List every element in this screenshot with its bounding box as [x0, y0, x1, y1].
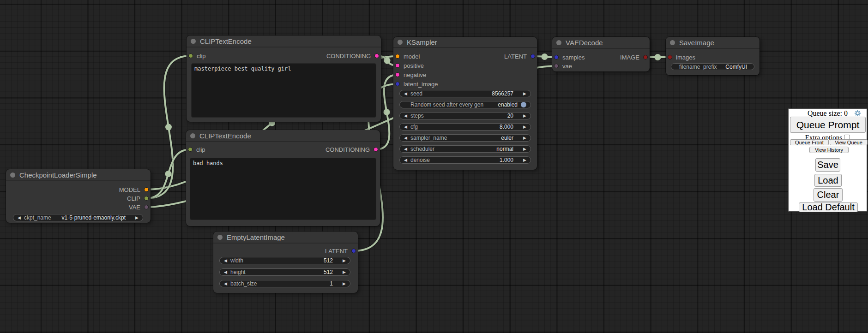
node-titlebar[interactable]: VAEDecode — [552, 37, 650, 49]
increment-arrow-icon[interactable]: ▶ — [520, 90, 526, 97]
input-slot-clip[interactable] — [188, 54, 193, 58]
node-ksampler[interactable]: KSampler model LATENT positive negative … — [393, 37, 537, 170]
node-titlebar[interactable]: CLIPTextEncode — [187, 36, 381, 48]
node-titlebar[interactable]: CheckpointLoaderSimple — [6, 169, 151, 181]
collapse-dot-icon[interactable] — [398, 40, 403, 45]
widget-label: ckpt_name — [24, 214, 51, 221]
decrement-arrow-icon[interactable]: ◀ — [404, 135, 410, 141]
increment-arrow-icon[interactable]: ▶ — [520, 113, 526, 119]
input-slot-clip[interactable] — [188, 147, 193, 152]
decrement-arrow-icon[interactable]: ◀ — [404, 157, 410, 163]
load-default-button[interactable]: Load Default — [799, 202, 858, 212]
increment-arrow-icon[interactable]: ▶ — [520, 135, 526, 141]
input-label: latent_image — [404, 81, 438, 88]
decrement-arrow-icon[interactable]: ◀ — [224, 269, 230, 275]
scheduler-combo[interactable]: ◀ scheduler normal ▶ — [399, 145, 531, 153]
clear-button[interactable]: Clear — [814, 188, 843, 202]
random-seed-toggle-widget[interactable]: Random seed after every gen enabled — [399, 101, 531, 108]
decrement-arrow-icon[interactable]: ◀ — [224, 257, 230, 264]
collapse-dot-icon[interactable] — [556, 40, 561, 45]
view-history-button[interactable]: View History — [809, 147, 849, 153]
collapse-dot-icon[interactable] — [670, 40, 675, 45]
increment-arrow-icon[interactable]: ▶ — [339, 269, 346, 275]
input-slot-latent-image[interactable] — [395, 82, 400, 86]
output-slot-model[interactable] — [144, 187, 149, 192]
load-button[interactable]: Load — [814, 174, 842, 187]
collapse-dot-icon[interactable] — [191, 39, 196, 44]
decrement-arrow-icon[interactable]: ◀ — [18, 214, 24, 221]
node-vae-decode[interactable]: VAEDecode samples IMAGE vae — [552, 37, 650, 71]
output-slot-vae[interactable] — [144, 205, 149, 209]
seed-widget[interactable]: ◀ seed 8566257 ▶ — [399, 90, 531, 97]
steps-widget[interactable]: ◀ steps 20 ▶ — [399, 112, 531, 119]
widget-value: ComfyUI — [725, 64, 747, 70]
node-titlebar[interactable]: SaveImage — [666, 37, 760, 49]
node-clip-text-encode-negative[interactable]: CLIPTextEncode clip CONDITIONING — [186, 130, 380, 226]
node-clip-text-encode-positive[interactable]: CLIPTextEncode clip CONDITIONING — [187, 36, 381, 122]
input-slot-vae[interactable] — [554, 64, 559, 68]
node-checkpoint-loader[interactable]: CheckpointLoaderSimple MODEL CLIP VAE ◀ … — [6, 169, 151, 223]
increment-arrow-icon[interactable]: ▶ — [339, 257, 346, 264]
queue-front-button[interactable]: Queue Front — [790, 139, 829, 145]
node-graph-canvas[interactable]: CheckpointLoaderSimple MODEL CLIP VAE ◀ … — [0, 0, 868, 333]
sampler-name-combo[interactable]: ◀ sampler_name euler ▶ — [399, 134, 531, 142]
ckpt-name-combo[interactable]: ◀ ckpt_name v1-5-pruned-emaonly.ckpt ▶ — [13, 214, 143, 221]
queue-prompt-button[interactable]: Queue Prompt — [790, 117, 866, 133]
input-slot-samples[interactable] — [554, 55, 559, 59]
widget-label: height — [230, 269, 246, 275]
node-titlebar[interactable]: KSampler — [393, 37, 537, 48]
output-slot-image[interactable] — [643, 55, 648, 59]
slot-row: LATENT — [213, 246, 358, 256]
output-slot-conditioning[interactable] — [374, 147, 378, 152]
settings-gear-icon[interactable] — [854, 110, 861, 117]
input-slot-model[interactable] — [395, 54, 400, 59]
height-widget[interactable]: ◀ height 512 ▶ — [219, 268, 350, 276]
output-label: VAE — [129, 204, 140, 211]
decrement-arrow-icon[interactable]: ◀ — [224, 280, 230, 287]
negative-prompt-textarea[interactable] — [190, 158, 376, 220]
widget-value: 512 — [324, 269, 333, 275]
collapse-dot-icon[interactable] — [190, 133, 195, 138]
input-label: positive — [404, 62, 424, 69]
node-save-image[interactable]: SaveImage images filename_prefix ComfyUI — [666, 37, 760, 75]
decrement-arrow-icon[interactable]: ◀ — [404, 113, 410, 119]
decrement-arrow-icon[interactable]: ◀ — [404, 90, 410, 97]
increment-arrow-icon[interactable]: ▶ — [132, 214, 139, 221]
width-widget[interactable]: ◀ width 512 ▶ — [219, 257, 350, 264]
toggle-on-icon[interactable] — [521, 102, 526, 107]
widget-value: 1 — [330, 280, 333, 287]
widget-value: v1-5-pruned-emaonly.ckpt — [61, 214, 126, 221]
node-empty-latent-image[interactable]: EmptyLatentImage LATENT ◀ width 512 ▶ ◀ … — [213, 232, 358, 293]
output-slot-clip[interactable] — [144, 196, 149, 201]
collapse-dot-icon[interactable] — [10, 172, 15, 178]
node-titlebar[interactable]: CLIPTextEncode — [186, 130, 380, 142]
view-queue-button[interactable]: View Queue — [830, 139, 868, 145]
cfg-widget[interactable]: ◀ cfg 8.000 ▶ — [399, 123, 531, 131]
widget-label: filename_prefix — [679, 64, 717, 70]
positive-prompt-textarea[interactable] — [191, 63, 376, 118]
filename-prefix-widget[interactable]: filename_prefix ComfyUI — [671, 63, 754, 70]
widget-value: 512 — [324, 257, 333, 264]
widget-label: steps — [410, 113, 424, 119]
node-titlebar[interactable]: EmptyLatentImage — [213, 232, 358, 244]
denoise-widget[interactable]: ◀ denoise 1.000 ▶ — [399, 156, 531, 164]
output-slot-latent[interactable] — [351, 249, 356, 253]
output-label: LATENT — [504, 53, 527, 60]
output-slot-conditioning[interactable] — [374, 54, 379, 58]
input-label: vae — [562, 63, 572, 70]
decrement-arrow-icon[interactable]: ◀ — [404, 146, 410, 152]
input-slot-images[interactable] — [668, 55, 672, 59]
output-slot-latent[interactable] — [530, 54, 535, 59]
input-slot-negative[interactable] — [395, 72, 400, 77]
slot-row: VAE — [6, 202, 151, 212]
increment-arrow-icon[interactable]: ▶ — [520, 157, 526, 163]
increment-arrow-icon[interactable]: ▶ — [520, 124, 526, 130]
increment-arrow-icon[interactable]: ▶ — [520, 146, 526, 152]
input-slot-positive[interactable] — [395, 63, 400, 68]
save-button[interactable]: Save — [815, 158, 840, 172]
decrement-arrow-icon[interactable]: ◀ — [404, 124, 410, 130]
batch-size-widget[interactable]: ◀ batch_size 1 ▶ — [219, 280, 350, 287]
collapse-dot-icon[interactable] — [217, 235, 223, 240]
node-title: VAEDecode — [566, 39, 603, 47]
increment-arrow-icon[interactable]: ▶ — [339, 280, 346, 287]
